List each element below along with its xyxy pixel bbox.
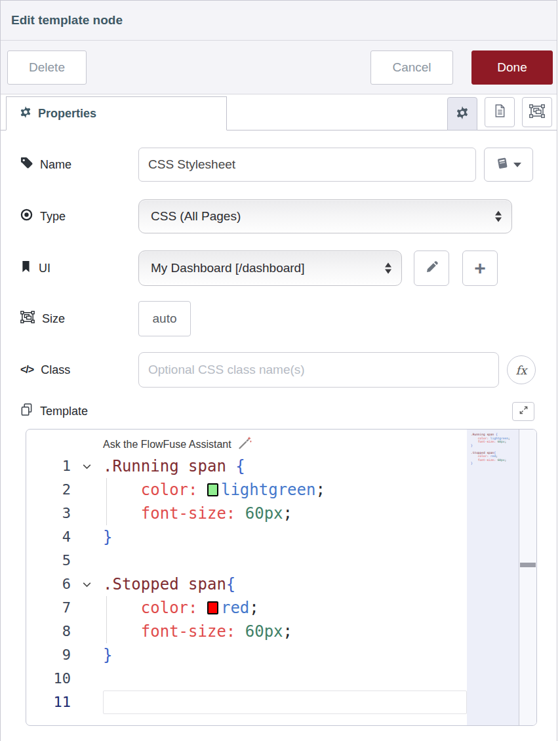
code-token: 60px (245, 504, 283, 523)
code-token (103, 481, 141, 499)
code-token: .Running span (103, 457, 235, 475)
code-token: color (141, 599, 188, 617)
tab-properties[interactable]: Properties (6, 96, 227, 130)
add-ui-button[interactable]: + (462, 250, 498, 286)
dialog-title: Edit template node (11, 13, 123, 28)
library-button[interactable] (484, 148, 533, 182)
tag-icon (20, 157, 33, 172)
code-line-4[interactable]: 4} (26, 525, 536, 549)
code-line-9[interactable]: 9} (26, 643, 536, 667)
ui-select[interactable]: My Dashboard [/dashboard] (138, 250, 402, 286)
type-label: Type (20, 209, 138, 224)
code-token (103, 622, 141, 641)
assistant-hint-text: Ask the FlowFuse Assistant (103, 439, 231, 451)
fx-expression-button[interactable]: fx (507, 355, 536, 384)
fold-column (71, 667, 103, 691)
fold-column (71, 596, 103, 620)
code-line-10[interactable]: 10 (26, 667, 536, 691)
code-line-2[interactable]: 2 color: lightgreen; (26, 478, 536, 502)
color-swatch[interactable] (207, 483, 218, 496)
assistant-hint[interactable]: Ask the FlowFuse Assistant (26, 430, 536, 454)
editor-scrollbar[interactable] (519, 430, 536, 725)
line-number: 7 (26, 596, 71, 620)
line-number: 8 (26, 620, 71, 643)
code-line-11[interactable]: 11 (26, 691, 536, 714)
description-tab-button[interactable] (485, 97, 515, 127)
code-token: } (103, 528, 112, 546)
scrollbar-thumb[interactable] (520, 563, 536, 567)
code-line-7[interactable]: 7 color: red; (26, 596, 536, 620)
line-number: 2 (26, 478, 71, 502)
code-token: font-size (141, 504, 226, 523)
fold-column (71, 691, 103, 714)
code-lines: 1.Running span {2 color: lightgreen;3 fo… (26, 454, 536, 714)
code-token: 60px (245, 622, 283, 641)
document-icon (494, 104, 506, 121)
code-token: : (188, 599, 207, 617)
code-content (103, 691, 467, 714)
done-button[interactable]: Done (471, 50, 553, 85)
code-token (103, 599, 141, 617)
name-label-text: Name (40, 158, 71, 172)
name-input[interactable] (138, 148, 476, 182)
minimap-line (471, 469, 517, 473)
code-line-5[interactable]: 5 (26, 549, 536, 572)
size-label-text: Size (42, 312, 65, 326)
dialog-button-bar: Delete Cancel Done (1, 41, 557, 94)
tab-icon-buttons (447, 97, 552, 130)
template-label: Template (20, 403, 138, 420)
type-row: Type CSS (All Pages) (1, 199, 557, 233)
select-arrows-icon (385, 263, 391, 274)
line-number: 6 (26, 572, 71, 596)
type-select[interactable]: CSS (All Pages) (138, 199, 512, 233)
fold-column (71, 549, 103, 572)
object-group-icon (20, 311, 35, 327)
ui-select-value: My Dashboard [/dashboard] (151, 261, 304, 275)
magic-wand-icon (237, 436, 252, 453)
size-auto-value: auto (153, 311, 177, 326)
class-input[interactable] (138, 352, 499, 388)
template-code-editor[interactable]: Ask the FlowFuse Assistant 1.Running spa… (26, 429, 537, 726)
code-line-3[interactable]: 3 font-size: 60px; (26, 502, 536, 525)
code-line-1[interactable]: 1.Running span { (26, 454, 536, 478)
class-row: </> Class fx (1, 352, 557, 388)
size-auto-button[interactable]: auto (138, 301, 191, 336)
ui-row: UI My Dashboard [/dashboard] + (1, 250, 557, 286)
type-select-value: CSS (All Pages) (151, 209, 241, 224)
fold-chevron-icon[interactable] (71, 454, 103, 478)
gear-icon (20, 106, 31, 121)
fx-icon: fx (516, 363, 527, 377)
fold-chevron-icon[interactable] (71, 572, 103, 596)
color-swatch[interactable] (207, 601, 218, 614)
copy-icon (20, 403, 33, 420)
fold-column (71, 525, 103, 549)
code-line-8[interactable]: 8 font-size: 60px; (26, 620, 536, 643)
minimap[interactable]: .Running span { color: lightgreen; font-… (467, 430, 519, 725)
line-number: 1 (26, 454, 71, 478)
dialog-header: Edit template node (1, 1, 557, 41)
pencil-icon (426, 261, 438, 276)
size-label: Size (20, 311, 138, 327)
code-brackets-icon: </> (20, 364, 33, 376)
code-token: ; (283, 622, 292, 641)
expand-editor-button[interactable] (512, 402, 534, 421)
dot-circle-icon (20, 209, 33, 224)
edit-ui-button[interactable] (414, 250, 449, 286)
size-row: Size auto (1, 301, 557, 336)
class-label-text: Class (41, 363, 70, 377)
code-token (103, 504, 141, 523)
code-token: : (226, 622, 245, 641)
class-label: </> Class (20, 363, 138, 377)
object-group-icon (529, 104, 545, 121)
appearance-tab-button[interactable] (522, 97, 552, 127)
code-token: red (221, 599, 249, 617)
template-row: Template (1, 401, 557, 421)
delete-button[interactable]: Delete (7, 50, 87, 85)
code-line-6[interactable]: 6.Stopped span{ (26, 572, 536, 596)
line-number: 10 (26, 667, 71, 691)
code-token: lightgreen (221, 481, 316, 499)
cancel-button[interactable]: Cancel (370, 50, 453, 85)
fold-column (71, 502, 103, 525)
properties-tab-button[interactable] (447, 97, 477, 130)
editor-tab-row: Properties (1, 94, 557, 130)
